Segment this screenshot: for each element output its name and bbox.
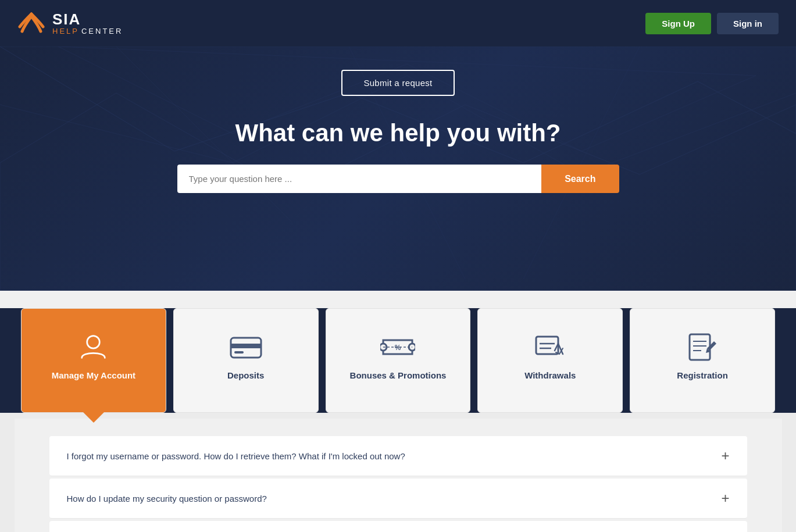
- header-buttons: Sign Up Sign in: [645, 13, 779, 34]
- category-manage-account[interactable]: Manage My Account: [21, 308, 166, 413]
- signup-button[interactable]: Sign Up: [645, 13, 711, 34]
- person-icon: [76, 332, 111, 361]
- faq-toggle-1[interactable]: +: [721, 449, 729, 463]
- logo-text: SIA HELP CENTER: [52, 11, 123, 36]
- signin-button[interactable]: Sign in: [717, 13, 779, 34]
- category-registration[interactable]: Registration: [630, 308, 775, 413]
- svg-text:%: %: [395, 344, 401, 352]
- faq-item-2[interactable]: How do I update my security question or …: [49, 479, 747, 519]
- logo-center: CENTER: [81, 27, 123, 35]
- faq-item-3[interactable]: How do I update my email address? +: [49, 521, 747, 532]
- pen-check-icon: [533, 332, 567, 361]
- category-withdrawals-label: Withdrawals: [524, 370, 576, 380]
- doc-pen-icon: [685, 332, 720, 361]
- svg-point-0: [87, 335, 100, 348]
- category-bonuses-label: Bonuses & Promotions: [350, 370, 447, 380]
- category-registration-label: Registration: [677, 370, 728, 380]
- faq-toggle-2[interactable]: +: [721, 491, 729, 505]
- card-icon: [229, 332, 263, 361]
- search-input[interactable]: [177, 165, 542, 193]
- category-deposits-label: Deposits: [227, 370, 264, 380]
- header: SIA HELP CENTER Sign Up Sign in: [0, 0, 796, 47]
- logo-area: SIA HELP CENTER: [17, 9, 123, 37]
- search-button[interactable]: Search: [541, 165, 619, 193]
- svg-rect-2: [231, 344, 261, 348]
- category-withdrawals[interactable]: Withdrawals: [477, 308, 623, 413]
- hero-section: Submit a request What can we help you wi…: [0, 47, 796, 291]
- ticket-icon: %: [380, 332, 415, 361]
- faq-question-1: I forgot my username or password. How do…: [67, 451, 405, 461]
- submit-request-button[interactable]: Submit a request: [341, 70, 454, 96]
- categories-bar: Manage My Account Deposits: [17, 308, 779, 413]
- search-bar: Search: [177, 165, 619, 193]
- category-deposits[interactable]: Deposits: [173, 308, 319, 413]
- sia-logo-icon: [17, 9, 45, 37]
- logo-sia: SIA: [52, 11, 123, 28]
- hero-title: What can we help you with?: [235, 119, 561, 147]
- svg-rect-3: [234, 351, 244, 354]
- faq-item-1[interactable]: I forgot my username or password. How do…: [49, 436, 747, 476]
- faq-section: I forgot my username or password. How do…: [15, 419, 782, 532]
- logo-help: HELP: [52, 27, 79, 35]
- svg-rect-11: [690, 334, 710, 360]
- category-bonuses[interactable]: % Bonuses & Promotions: [326, 308, 471, 413]
- svg-rect-8: [536, 337, 558, 354]
- category-manage-account-label: Manage My Account: [52, 370, 135, 380]
- faq-question-2: How do I update my security question or …: [67, 494, 267, 504]
